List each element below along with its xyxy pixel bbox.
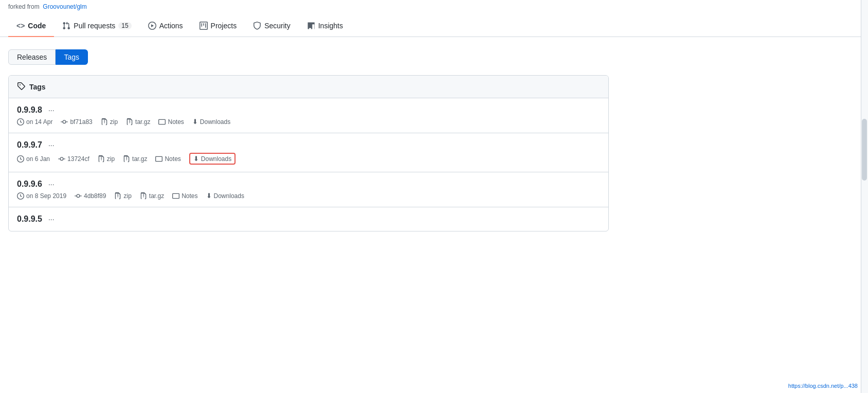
- actions-icon: [148, 21, 156, 30]
- tag-version-line: 0.9.9.7 ···: [17, 140, 600, 150]
- pull-requests-badge: 15: [118, 22, 131, 29]
- tag-rows: 0.9.9.8 ··· on 14 Apr bf71a83 zip: [9, 98, 608, 231]
- tag-version-line: 0.9.9.8 ···: [17, 105, 600, 115]
- tab-insights[interactable]: Insights: [299, 15, 351, 37]
- tab-projects-label: Projects: [211, 22, 237, 30]
- page-content: Releases Tags Tags 0.9.9.8 ···: [0, 37, 617, 244]
- tag-menu-dots[interactable]: ···: [48, 180, 55, 188]
- toggle-buttons: Releases Tags: [8, 49, 609, 65]
- releases-toggle[interactable]: Releases: [8, 49, 56, 65]
- tag-date: on 14 Apr: [17, 118, 52, 126]
- nav-tabs: <> Code Pull requests 15 Actions Project…: [0, 14, 868, 37]
- tag-date: on 6 Jan: [17, 155, 50, 163]
- tag-version: 0.9.9.6: [17, 180, 42, 189]
- tag-header-icon: [17, 82, 25, 92]
- downloads-link[interactable]: ⬇ Downloads: [192, 118, 230, 126]
- tag-commit[interactable]: 13724cf: [58, 155, 89, 163]
- tag-version: 0.9.9.7: [17, 140, 42, 150]
- tab-security-label: Security: [264, 22, 291, 30]
- tab-projects[interactable]: Projects: [191, 15, 245, 37]
- download-icon: ⬇: [193, 155, 199, 163]
- tag-version: 0.9.9.5: [17, 215, 42, 224]
- tab-actions[interactable]: Actions: [140, 15, 191, 37]
- tag-meta: on 6 Jan 13724cf zip tar.gz Notes: [17, 153, 600, 165]
- notes-link[interactable]: Notes: [155, 155, 180, 163]
- fork-link[interactable]: Groovounet/glm: [43, 3, 86, 10]
- tab-code-label: Code: [28, 22, 46, 30]
- tag-row: 0.9.9.5 ···: [9, 207, 608, 231]
- tag-meta: on 14 Apr bf71a83 zip tar.gz Notes: [17, 118, 600, 126]
- tag-row-content: 0.9.9.8 ··· on 14 Apr bf71a83 zip: [17, 105, 600, 126]
- tab-pull-requests[interactable]: Pull requests 15: [54, 15, 139, 37]
- downloads-link[interactable]: ⬇ Downloads: [206, 192, 244, 200]
- tag-commit[interactable]: bf71a83: [61, 118, 92, 126]
- security-icon: [253, 21, 261, 30]
- tags-title: Tags: [29, 83, 46, 91]
- tag-version-line: 0.9.9.5 ···: [17, 215, 600, 224]
- download-icon: ⬇: [192, 118, 198, 126]
- fork-info: forked from Groovounet/glm: [0, 0, 868, 14]
- tag-row: 0.9.9.8 ··· on 14 Apr bf71a83 zip: [9, 98, 608, 133]
- tab-code[interactable]: <> Code: [8, 15, 54, 37]
- tab-security[interactable]: Security: [245, 15, 299, 37]
- tags-toggle[interactable]: Tags: [56, 49, 88, 65]
- tags-header: Tags: [9, 76, 608, 98]
- targz-link[interactable]: tar.gz: [123, 155, 147, 163]
- tag-version-line: 0.9.9.6 ···: [17, 180, 600, 189]
- tag-date: on 8 Sep 2019: [17, 192, 66, 200]
- pull-request-icon: [62, 21, 70, 30]
- tag-version: 0.9.9.8: [17, 105, 42, 115]
- scrollbar[interactable]: [861, 0, 868, 244]
- zip-link[interactable]: zip: [101, 118, 118, 126]
- tag-commit[interactable]: 4db8f89: [75, 192, 106, 200]
- tab-insights-label: Insights: [318, 22, 343, 30]
- tag-row: 0.9.9.7 ··· on 6 Jan 13724cf zip: [9, 133, 608, 172]
- insights-icon: [307, 21, 315, 30]
- tag-row-content: 0.9.9.5 ···: [17, 215, 600, 224]
- tag-row: 0.9.9.6 ··· on 8 Sep 2019 4db8f89 zip: [9, 172, 608, 207]
- tag-row-content: 0.9.9.6 ··· on 8 Sep 2019 4db8f89 zip: [17, 180, 600, 200]
- downloads-link[interactable]: ⬇ Downloads: [189, 153, 236, 165]
- projects-icon: [200, 21, 208, 30]
- zip-link[interactable]: zip: [114, 192, 131, 200]
- tab-pull-requests-label: Pull requests: [74, 22, 115, 30]
- notes-link[interactable]: Notes: [158, 118, 184, 126]
- tag-row-content: 0.9.9.7 ··· on 6 Jan 13724cf zip: [17, 140, 600, 165]
- code-icon: <>: [16, 22, 25, 30]
- fork-prefix: forked from: [8, 3, 40, 10]
- notes-link[interactable]: Notes: [172, 192, 197, 200]
- targz-link[interactable]: tar.gz: [126, 118, 150, 126]
- tab-actions-label: Actions: [159, 22, 183, 30]
- scrollbar-thumb[interactable]: [862, 119, 867, 181]
- tag-menu-dots[interactable]: ···: [48, 215, 55, 223]
- tag-menu-dots[interactable]: ···: [48, 106, 55, 114]
- download-icon: ⬇: [206, 192, 212, 200]
- tags-container: Tags 0.9.9.8 ··· on 14 Apr bf71a83: [8, 75, 609, 231]
- targz-link[interactable]: tar.gz: [140, 192, 164, 200]
- tag-meta: on 8 Sep 2019 4db8f89 zip tar.gz Notes: [17, 192, 600, 200]
- zip-link[interactable]: zip: [98, 155, 115, 163]
- tag-menu-dots[interactable]: ···: [48, 141, 55, 149]
